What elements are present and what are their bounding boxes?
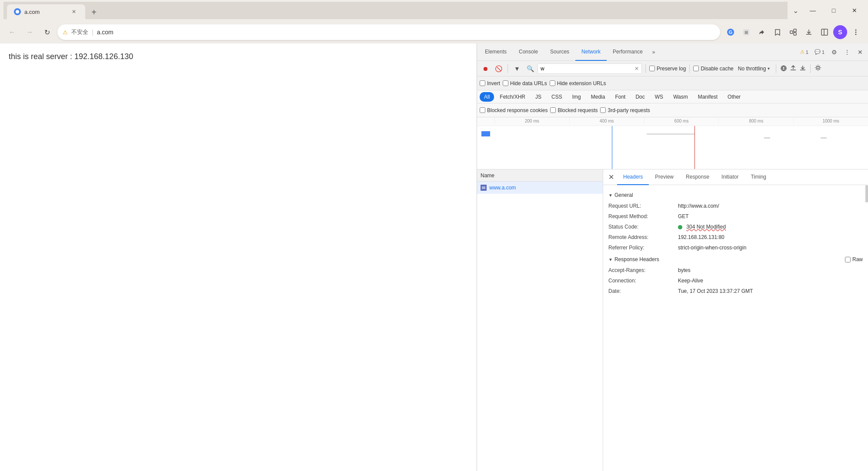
devtools-more-button[interactable]: ⋮ [841, 46, 853, 58]
tab-favicon [14, 8, 21, 15]
details-tab-timing[interactable]: Timing [744, 169, 772, 185]
network-item[interactable]: www.a.com [477, 182, 603, 194]
tab-title: a.com [24, 9, 66, 15]
scrollbar-thumb[interactable] [865, 185, 868, 202]
close-button[interactable]: ✕ [845, 3, 865, 17]
download-button[interactable] [802, 25, 816, 39]
tab-bar: a.com ✕ + [3, 2, 788, 19]
profile-button[interactable]: S [833, 25, 847, 39]
tab-performance[interactable]: Performance [607, 43, 649, 61]
filter-img-button[interactable]: Img [568, 92, 585, 102]
preserve-log-checkbox[interactable]: Preserve log [649, 66, 686, 72]
maximize-button[interactable]: □ [824, 3, 844, 17]
info-badge[interactable]: 💬 1 [812, 48, 827, 56]
tab-sources[interactable]: Sources [544, 43, 575, 61]
lens-button[interactable]: ⊞ [739, 25, 753, 39]
chevron-down-icon[interactable]: ⌄ [789, 7, 802, 15]
ruler-tick-400: 400 ms [569, 117, 644, 123]
new-tab-button[interactable]: + [87, 5, 101, 19]
filter-doc-button[interactable]: Doc [631, 92, 649, 102]
details-tab-preview[interactable]: Preview [649, 169, 680, 185]
raw-input[interactable] [845, 257, 851, 262]
search-button[interactable]: 🔍 [524, 63, 536, 74]
filter-css-button[interactable]: CSS [547, 92, 567, 102]
blocked-response-cookies-checkbox[interactable]: Blocked response cookies [480, 107, 548, 113]
blocked-response-cookies-input[interactable] [480, 107, 485, 113]
filter-toggle-button[interactable]: ▼ [511, 63, 523, 74]
filter-fetch-xhr-button[interactable]: Fetch/XHR [495, 92, 530, 102]
clear-button[interactable]: 🚫 [493, 63, 504, 74]
raw-checkbox[interactable]: Raw [845, 256, 863, 262]
third-party-requests-checkbox[interactable]: 3rd-party requests [600, 107, 650, 113]
warning-badge[interactable]: ⚠ 1 [798, 48, 811, 56]
minimize-button[interactable]: — [803, 3, 823, 17]
upload-icon[interactable] [789, 64, 797, 73]
status-dot [678, 225, 682, 229]
forward-button[interactable]: → [23, 25, 37, 39]
svg-point-10 [855, 30, 857, 31]
filter-all-button[interactable]: All [480, 92, 494, 102]
bookmark-button[interactable] [771, 25, 785, 39]
download-icon[interactable] [799, 64, 807, 73]
request-method-row: Request Method: GET [608, 211, 863, 222]
details-content: General Request URL: http://www.a.com/ R… [603, 185, 868, 471]
devtools-close-button[interactable]: ✕ [854, 46, 866, 58]
preserve-log-input[interactable] [649, 66, 655, 71]
record-button[interactable]: ⏺ [480, 63, 491, 74]
svg-rect-8 [821, 29, 828, 35]
refresh-button[interactable]: ↻ [40, 25, 54, 39]
sidebar-button[interactable] [818, 25, 831, 39]
filter-wasm-button[interactable]: Wasm [669, 92, 692, 102]
request-url-value: http://www.a.com/ [678, 202, 719, 210]
address-bar[interactable]: ⚠ 不安全 | a.com [57, 24, 720, 40]
blocked-requests-input[interactable] [550, 107, 556, 113]
filter-js-button[interactable]: JS [531, 92, 546, 102]
url-text: a.com [97, 29, 114, 36]
extensions-button[interactable] [786, 25, 800, 39]
throttling-select[interactable]: No throttling ▾ [735, 65, 773, 73]
details-tab-initiator[interactable]: Initiator [715, 169, 744, 185]
split-pane: Name www.a.com ✕ Headers [477, 169, 868, 471]
more-tabs-button[interactable]: » [649, 49, 659, 55]
details-tab-response[interactable]: Response [680, 169, 715, 185]
filter-media-button[interactable]: Media [587, 92, 610, 102]
tab-console[interactable]: Console [513, 43, 544, 61]
invert-input[interactable] [480, 80, 485, 86]
accept-ranges-row: Accept-Ranges: bytes [608, 265, 863, 275]
remote-address-row: Remote Address: 192.168.126.131:80 [608, 232, 863, 242]
tab-network[interactable]: Network [575, 43, 607, 61]
back-button[interactable]: ← [5, 25, 19, 39]
filter-ws-button[interactable]: WS [651, 92, 668, 102]
disable-cache-checkbox[interactable]: Disable cache [693, 66, 733, 72]
filter-input[interactable] [541, 66, 633, 72]
page-content: this is real server : 192.168.126.130 [0, 43, 477, 471]
disable-cache-input[interactable] [693, 66, 699, 71]
filter-font-button[interactable]: Font [611, 92, 630, 102]
hide-data-urls-checkbox[interactable]: Hide data URLs [503, 80, 547, 86]
blocked-requests-checkbox[interactable]: Blocked requests [550, 107, 598, 113]
google-button[interactable]: G [724, 25, 738, 39]
devtools-toolbar: ⏺ 🚫 ▼ 🔍 ✕ Preserve log Disable cache [477, 61, 868, 76]
details-tab-headers[interactable]: Headers [617, 169, 649, 185]
network-settings-icon[interactable] [814, 64, 822, 73]
devtools-settings-button[interactable]: ⚙ [828, 46, 840, 58]
third-party-requests-input[interactable] [600, 107, 606, 113]
details-tab-bar: ✕ Headers Preview Response Initiator [603, 169, 868, 185]
invert-checkbox[interactable]: Invert [480, 80, 500, 86]
tab-close-button[interactable]: ✕ [70, 7, 78, 16]
devtools-panel: Elements Console Sources Network Perform… [477, 43, 868, 471]
timeline-red-line [694, 126, 695, 169]
menu-button[interactable] [849, 25, 863, 39]
filter-manifest-button[interactable]: Manifest [694, 92, 722, 102]
connection-row: Connection: Keep-Alive [608, 275, 863, 286]
share-button[interactable] [755, 25, 769, 39]
hide-extension-urls-input[interactable] [550, 80, 555, 86]
hide-data-urls-input[interactable] [503, 80, 508, 86]
details-close-button[interactable]: ✕ [605, 171, 617, 183]
filter-other-button[interactable]: Other [723, 92, 745, 102]
browser-tab[interactable]: a.com ✕ [7, 4, 85, 19]
tab-elements[interactable]: Elements [479, 43, 513, 61]
hide-extension-urls-checkbox[interactable]: Hide extension URLs [550, 80, 606, 86]
filter-clear-button[interactable]: ✕ [634, 66, 639, 72]
online-icon[interactable] [780, 64, 788, 73]
